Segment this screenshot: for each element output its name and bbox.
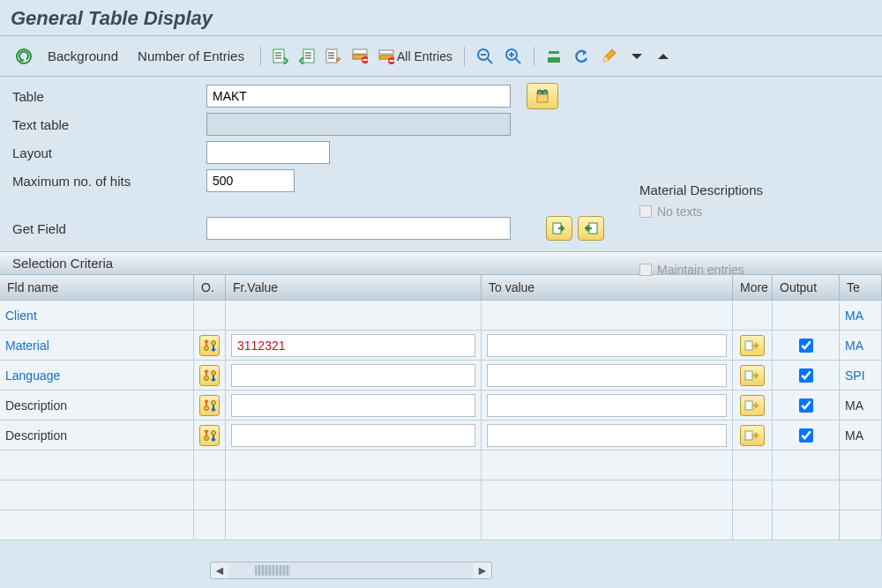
- te-value[interactable]: MA: [845, 309, 863, 323]
- operator-button[interactable]: [199, 395, 220, 416]
- table-row: [0, 450, 882, 480]
- svg-rect-43: [745, 401, 752, 410]
- all-entries-label: All Entries: [397, 49, 452, 63]
- svg-rect-32: [537, 94, 548, 102]
- op-cell: [194, 331, 226, 361]
- scroll-thumb[interactable]: [255, 565, 290, 576]
- zoom-in-icon[interactable]: [502, 46, 525, 67]
- from-value-input[interactable]: [231, 334, 475, 357]
- table-row: ClientMA: [0, 301, 882, 331]
- svg-point-44: [204, 435, 208, 440]
- output-checkbox[interactable]: [799, 428, 813, 443]
- more-button[interactable]: [740, 335, 765, 356]
- more-button[interactable]: [740, 425, 765, 446]
- label-layout: Layout: [12, 145, 206, 160]
- svg-point-35: [204, 346, 208, 350]
- fld-name-value[interactable]: Language: [5, 368, 60, 383]
- zoom-out-icon[interactable]: [474, 46, 497, 67]
- from-value-input[interactable]: [231, 394, 475, 417]
- svg-point-38: [204, 376, 208, 380]
- svg-point-36: [211, 340, 215, 345]
- svg-line-23: [488, 59, 492, 63]
- table-input[interactable]: [206, 85, 511, 108]
- all-entries-button[interactable]: All Entries: [376, 46, 455, 67]
- edit-icon[interactable]: [598, 46, 621, 67]
- get-field-out-button[interactable]: [578, 216, 604, 241]
- to-value-input[interactable]: [487, 394, 727, 417]
- operator-button[interactable]: [199, 365, 220, 386]
- col-fld-name: Fld name: [0, 275, 194, 301]
- scroll-right-icon[interactable]: ►: [474, 562, 491, 578]
- selection-criteria-grid: Fld name O. Fr.Value To value More Outpu…: [0, 275, 882, 540]
- table-row: [0, 480, 882, 510]
- scroll-left-icon[interactable]: ◄: [211, 562, 228, 578]
- collapse-up-icon[interactable]: [653, 46, 674, 67]
- op-cell: [194, 421, 226, 450]
- from-value-input[interactable]: [231, 364, 475, 387]
- table-row: MaterialMA: [0, 331, 882, 361]
- fld-name-value: Description: [5, 428, 67, 443]
- te-value[interactable]: MA: [845, 339, 863, 353]
- number-of-entries-button[interactable]: Number of Entries: [131, 45, 251, 67]
- execute-icon[interactable]: [12, 46, 35, 67]
- svg-point-42: [211, 400, 215, 405]
- horizontal-scrollbar[interactable]: ◄ ►: [210, 562, 492, 579]
- more-button[interactable]: [740, 365, 765, 386]
- te-value[interactable]: SPI: [845, 368, 865, 383]
- to-value-input[interactable]: [487, 364, 727, 387]
- output-checkbox[interactable]: [799, 339, 813, 353]
- scroll-track[interactable]: [228, 562, 474, 578]
- layout-input[interactable]: [206, 141, 330, 164]
- background-button[interactable]: Background: [41, 45, 125, 67]
- table-row: DescriptionMA: [0, 391, 882, 421]
- undo-icon[interactable]: [570, 46, 593, 67]
- operator-button[interactable]: [199, 425, 220, 446]
- max-hits-input[interactable]: [206, 169, 295, 192]
- separator: [534, 47, 534, 66]
- col-from: Fr.Value: [226, 275, 482, 301]
- align-icon[interactable]: [543, 46, 564, 67]
- output-checkbox[interactable]: [799, 398, 813, 413]
- to-value-input[interactable]: [487, 424, 727, 447]
- svg-rect-14: [353, 49, 367, 54]
- fld-name-value[interactable]: Client: [5, 309, 37, 323]
- svg-rect-46: [745, 431, 752, 440]
- export-row-icon[interactable]: [296, 46, 318, 67]
- text-table-input: [206, 113, 511, 136]
- op-cell: [194, 391, 226, 421]
- svg-point-41: [204, 406, 208, 410]
- svg-rect-37: [745, 341, 752, 350]
- output-checkbox[interactable]: [799, 368, 813, 383]
- maintain-entries-checkbox: [639, 264, 652, 276]
- svg-rect-17: [379, 50, 393, 54]
- col-op: O.: [194, 275, 226, 301]
- value-help-button[interactable]: [527, 83, 558, 109]
- table-row: [0, 510, 882, 540]
- fld-name-value: Description: [5, 398, 67, 413]
- insert-row-icon[interactable]: [270, 46, 291, 67]
- material-descriptions-heading: Material Descriptions: [639, 182, 763, 197]
- copy-list-icon[interactable]: [323, 46, 344, 67]
- more-button[interactable]: [740, 395, 765, 416]
- get-field-in-button[interactable]: [546, 216, 572, 241]
- to-value-input[interactable]: [487, 334, 727, 357]
- svg-rect-20: [389, 60, 393, 62]
- te-value: MA: [845, 398, 863, 413]
- label-max-hits: Maximum no. of hits: [12, 174, 206, 189]
- separator: [464, 47, 465, 66]
- operator-button[interactable]: [199, 335, 220, 356]
- collapse-down-icon[interactable]: [626, 46, 647, 67]
- label-text-table: Text table: [12, 117, 206, 132]
- svg-rect-29: [548, 57, 560, 63]
- svg-rect-40: [745, 371, 752, 380]
- label-table: Table: [12, 89, 206, 104]
- get-field-input[interactable]: [206, 217, 511, 240]
- delete-row-icon[interactable]: [349, 46, 370, 67]
- fld-name-value[interactable]: Material: [5, 339, 49, 353]
- from-value-input[interactable]: [231, 424, 475, 447]
- svg-point-39: [211, 370, 215, 375]
- label-get-field: Get Field: [12, 221, 206, 236]
- maintain-entries-label: Maintain entries: [657, 263, 744, 277]
- svg-line-27: [516, 59, 520, 63]
- col-output: Output: [773, 275, 840, 301]
